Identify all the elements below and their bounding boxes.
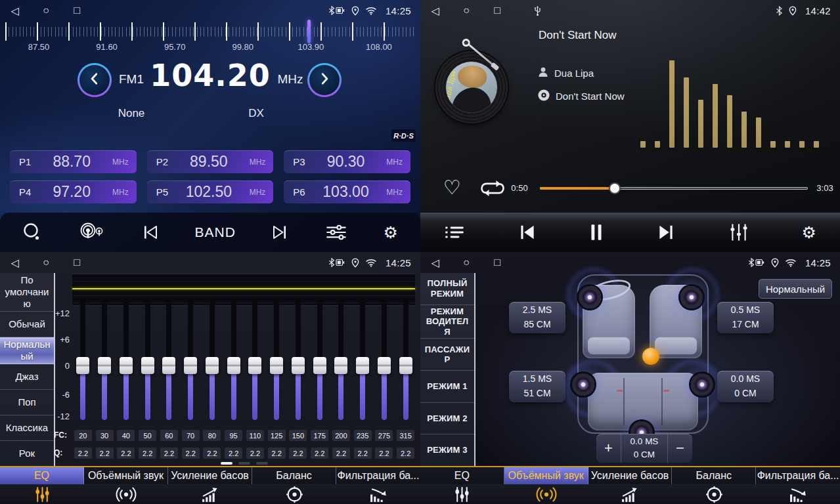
eq-band-fc-value[interactable]: 235 [354,430,372,441]
tab-bass[interactable]: Усиление басов [168,467,252,504]
eq-band-slider[interactable] [180,299,202,420]
rear-left-speaker[interactable] [572,373,594,396]
eq-band-fc-value[interactable]: 175 [311,430,328,441]
eq-band-fc-value[interactable]: 40 [117,430,135,441]
repeat-icon[interactable] [478,178,507,201]
eq-band-slider[interactable] [266,299,288,420]
page-dot[interactable] [256,462,268,465]
eq-band-fc-value[interactable]: 70 [182,430,200,441]
eq-slider-thumb[interactable] [248,357,261,374]
eq-band-q-value[interactable]: 2.2 [311,448,328,459]
eq-slider-thumb[interactable] [334,357,347,374]
rear-right-speaker[interactable] [691,373,713,396]
preset-button-P4[interactable]: P497.20MHz [10,180,137,203]
eq-band-slider[interactable] [72,299,94,420]
delay-increase-button[interactable]: + [596,434,621,463]
eq-band-slider[interactable] [330,299,352,420]
seek-thumb[interactable] [610,184,619,193]
back-icon[interactable]: ◁ [9,5,21,17]
front-left-delay-button[interactable]: 2.5 MS85 CM [509,302,565,333]
eq-band-q-value[interactable]: 2.2 [289,448,307,459]
listening-mode-item[interactable]: ПОЛНЫЙ РЕЖИМ [420,273,474,305]
eq-slider-thumb[interactable] [141,357,154,374]
eq-slider-thumb[interactable] [399,357,412,374]
eq-slider-thumb[interactable] [206,357,219,374]
eq-band-q-value[interactable]: 2.2 [397,448,414,459]
eq-band-fc-value[interactable]: 275 [375,430,393,441]
tuner-indicator[interactable] [307,20,311,43]
preset-button-P6[interactable]: P6103.00MHz [284,180,410,203]
tab-bass[interactable]: Усиление басов [588,467,673,504]
eq-slider-thumb[interactable] [184,357,197,374]
eq-slider-thumb[interactable] [378,357,391,374]
back-icon[interactable]: ◁ [430,5,441,17]
listening-mode-item[interactable]: РЕЖИМ 2 [420,403,474,435]
broadcast-seek-button[interactable] [79,222,106,243]
tune-down-button[interactable] [77,63,112,97]
eq-band-slider[interactable] [395,299,416,420]
listening-mode-item[interactable]: ПАССАЖИР [420,339,474,371]
audio-settings-button[interactable] [728,222,749,242]
eq-band-q-value[interactable]: 2.2 [160,448,178,459]
eq-preset-item[interactable]: Рок [0,441,54,466]
eq-slider-thumb[interactable] [162,357,175,374]
eq-band-q-value[interactable]: 2.2 [332,448,350,459]
eq-band-q-value[interactable]: 2.2 [225,448,242,459]
front-left-speaker[interactable] [579,286,601,308]
eq-band-q-value[interactable]: 2.2 [246,448,264,459]
tab-balance[interactable]: Баланс [252,467,336,504]
eq-band-slider[interactable] [309,299,330,420]
preset-button-P3[interactable]: P390.30MHz [284,150,410,173]
tune-up-button[interactable] [307,63,342,97]
eq-band-slider[interactable] [352,299,374,420]
listening-mode-item[interactable]: РЕЖИМ 3 [420,434,474,466]
tab-surround[interactable]: Объёмный звук [84,467,168,504]
eq-band-q-value[interactable]: 2.2 [375,448,393,459]
preset-button-P1[interactable]: P188.70MHz [10,150,137,173]
pause-button[interactable] [589,223,604,242]
home-icon[interactable]: ○ [40,257,52,268]
eq-band-q-value[interactable]: 2.2 [117,448,135,459]
tab-filter[interactable]: Фильтрация ба... [756,467,840,504]
tab-eq[interactable]: EQ [0,467,84,504]
eq-band-slider[interactable] [137,299,158,420]
rear-right-delay-button[interactable]: 0.0 MS0 CM [717,371,774,402]
eq-band-fc-value[interactable]: 150 [289,430,307,441]
eq-band-q-value[interactable]: 2.2 [96,448,114,459]
next-station-button[interactable] [271,224,289,241]
eq-slider-thumb[interactable] [227,357,240,374]
eq-band-q-value[interactable]: 2.2 [182,448,200,459]
settings-gear-icon[interactable]: ⚙ [384,224,398,241]
tab-balance[interactable]: Баланс [672,467,756,504]
eq-band-fc-value[interactable]: 30 [96,430,114,441]
eq-band-q-value[interactable]: 2.2 [203,448,221,459]
eq-band-q-value[interactable]: 2.2 [268,448,286,459]
tab-eq[interactable]: EQ [420,467,504,504]
back-icon[interactable]: ◁ [9,257,21,269]
page-dot[interactable] [221,462,232,465]
home-icon[interactable]: ○ [460,257,472,268]
favorite-heart-icon[interactable]: ♡ [440,176,464,200]
sound-profile-button[interactable]: Нормальный [759,279,832,299]
seek-bar[interactable] [540,185,808,192]
front-right-delay-button[interactable]: 0.5 MS17 CM [717,302,774,333]
eq-band-slider[interactable] [202,299,223,420]
eq-slider-thumb[interactable] [98,357,111,374]
rear-left-delay-button[interactable]: 1.5 MS51 CM [509,371,565,402]
eq-band-fc-value[interactable]: 80 [203,430,221,441]
eq-band-q-value[interactable]: 2.2 [139,448,156,459]
eq-slider-thumb[interactable] [76,357,89,374]
eq-band-slider[interactable] [288,299,309,420]
next-track-button[interactable] [656,223,676,242]
eq-slider-thumb[interactable] [313,357,326,374]
listening-position-dot[interactable] [642,348,659,365]
eq-band-q-value[interactable]: 2.2 [74,448,92,459]
eq-preset-item[interactable]: По умолчанию [0,273,54,312]
eq-preset-item[interactable]: Обычай [0,312,54,337]
eq-band-slider[interactable] [223,299,244,420]
eq-band-q-value[interactable]: 2.2 [354,448,372,459]
eq-slider-thumb[interactable] [292,357,305,374]
eq-band-fc-value[interactable]: 95 [225,430,242,441]
eq-band-slider[interactable] [94,299,116,420]
previous-track-button[interactable] [518,223,537,242]
